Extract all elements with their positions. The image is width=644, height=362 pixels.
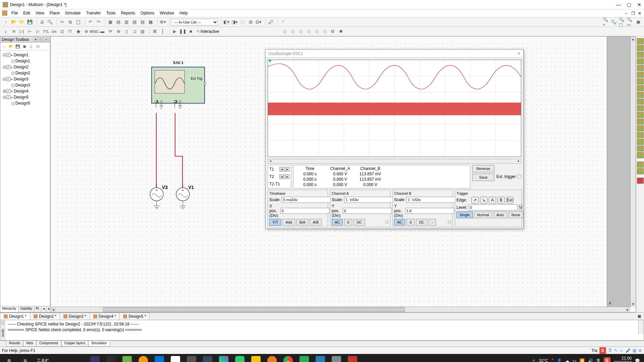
reverse-button[interactable]: Reverse bbox=[472, 165, 494, 172]
edge-a-button[interactable]: A bbox=[489, 197, 496, 203]
menu-tools[interactable]: Tools bbox=[104, 9, 118, 17]
save-scope-button[interactable]: Save bbox=[472, 174, 494, 181]
misc1-icon[interactable]: ⊡ bbox=[58, 28, 66, 35]
add-button[interactable]: Add bbox=[282, 219, 295, 226]
trig-single-button[interactable]: Single bbox=[457, 212, 473, 218]
design-tree[interactable]: ⊟✓▸Design1 ▤Design1 ⊟✓▸Design2 ▤Design2 … bbox=[0, 51, 50, 306]
sim1-button[interactable]: ◧▾ bbox=[223, 18, 230, 26]
zoom-in-button[interactable]: 🔍+ bbox=[602, 18, 610, 26]
inuse-list-combo[interactable]: --- In-Use List --- bbox=[171, 19, 218, 25]
tb-saveall-icon[interactable]: ▣ bbox=[21, 44, 28, 50]
cha-ypos-input[interactable] bbox=[343, 208, 392, 214]
tb-del-icon[interactable]: 🗑 bbox=[28, 44, 34, 50]
run-button[interactable]: ▶ bbox=[171, 28, 178, 35]
out-tab-nets[interactable]: Nets bbox=[23, 341, 36, 347]
grid1-button[interactable]: ▦ bbox=[107, 18, 114, 26]
ime-icon[interactable]: S bbox=[599, 347, 606, 354]
mdi-close-button[interactable]: ✕ bbox=[637, 11, 643, 16]
chb-ac-button[interactable]: AC bbox=[394, 219, 405, 226]
indicator-icon[interactable]: ◉ bbox=[74, 28, 82, 35]
bus-icon[interactable]: ʃ bbox=[159, 28, 166, 35]
menu-options[interactable]: Options bbox=[138, 9, 157, 17]
app-chrome[interactable] bbox=[280, 354, 296, 362]
maximize-button[interactable]: ▢ bbox=[627, 2, 631, 7]
status-icon4[interactable]: ▦ bbox=[633, 348, 636, 353]
close-button[interactable]: ✕ bbox=[637, 2, 641, 7]
connector-icon[interactable]: ⊐ bbox=[131, 28, 138, 35]
edge-fall-button[interactable]: ↘ bbox=[480, 197, 487, 203]
canvas-h-scrollbar[interactable]: ◂▸ bbox=[51, 307, 630, 312]
probe4-icon[interactable]: ◎ bbox=[305, 28, 312, 35]
probe-settings2-icon[interactable]: ✺ bbox=[337, 28, 344, 35]
cha-scale-input[interactable] bbox=[344, 197, 393, 203]
trig-none-button[interactable]: None bbox=[508, 212, 523, 218]
component-button[interactable]: ⚙▾ bbox=[159, 18, 166, 26]
zoom-out-button[interactable]: 🔍- bbox=[610, 18, 618, 26]
tb-new-icon[interactable]: ▫ bbox=[1, 44, 7, 50]
instrument-7[interactable] bbox=[637, 78, 644, 84]
wire-b-v[interactable] bbox=[175, 113, 175, 157]
instrument-20[interactable] bbox=[637, 168, 644, 174]
app-11[interactable] bbox=[248, 354, 264, 362]
zoom-area-button[interactable]: 🔍▭ bbox=[627, 18, 634, 26]
pause-button[interactable]: ❚❚ bbox=[179, 28, 186, 35]
redo-button[interactable]: ↷ bbox=[95, 18, 102, 26]
tb-refresh-icon[interactable]: ◷ bbox=[35, 44, 41, 50]
grid3-button[interactable]: ▥ bbox=[123, 18, 130, 26]
task-view-button[interactable]: ⧉ bbox=[17, 354, 33, 362]
edge-rise-button[interactable]: ↗ bbox=[471, 197, 479, 203]
tab-design5[interactable]: Design5 * bbox=[119, 313, 150, 320]
instrument-16[interactable] bbox=[637, 139, 644, 145]
diode-icon[interactable]: ▷| bbox=[18, 28, 25, 35]
app-5[interactable] bbox=[152, 354, 167, 362]
tray-people-icon[interactable]: 👤 bbox=[557, 358, 562, 362]
schematic-canvas[interactable]: F XSC1 Ext Trig A B bbox=[50, 36, 636, 312]
save-button[interactable]: 💾 bbox=[26, 18, 34, 26]
instrument-5[interactable] bbox=[637, 65, 644, 71]
menu-edit[interactable]: Edit bbox=[20, 9, 33, 17]
grid6-button[interactable]: ▩ bbox=[147, 18, 154, 26]
mixed-icon[interactable]: ⊓ bbox=[66, 28, 74, 35]
menu-place[interactable]: Place bbox=[47, 9, 62, 17]
sim5-button[interactable]: ⊟▾ bbox=[255, 18, 262, 26]
tab-design1[interactable]: Design1 * bbox=[0, 313, 30, 320]
cmos-icon[interactable]: cm bbox=[50, 28, 58, 35]
tray-notifications-icon[interactable]: 💬 bbox=[635, 358, 640, 362]
menu-view[interactable]: View bbox=[33, 9, 47, 17]
app-7[interactable] bbox=[184, 354, 199, 362]
scope-display[interactable] bbox=[268, 60, 521, 157]
app-13[interactable] bbox=[297, 354, 312, 362]
output-close-button[interactable]: × bbox=[1, 321, 5, 325]
app-8[interactable] bbox=[200, 354, 215, 362]
trig-normal-button[interactable]: Normal bbox=[474, 212, 492, 218]
sim2-button[interactable]: ◨▾ bbox=[231, 18, 238, 26]
instrument-14[interactable] bbox=[637, 125, 644, 131]
instrument-3[interactable] bbox=[637, 52, 644, 58]
instrument-9[interactable] bbox=[637, 92, 644, 98]
app-1[interactable] bbox=[87, 354, 103, 362]
zoom-fit-button[interactable]: 🔍▢ bbox=[619, 18, 626, 26]
tab-extra-icon[interactable]: ▦ bbox=[634, 313, 644, 320]
tree-design2[interactable]: ⊟✓▸Design2 bbox=[1, 64, 49, 70]
instrument-13[interactable] bbox=[637, 119, 644, 125]
status-icon2[interactable]: ☺ bbox=[620, 348, 624, 353]
open2-button[interactable]: 📁 bbox=[18, 18, 25, 26]
find-button[interactable]: 🔎 bbox=[267, 18, 274, 26]
probe-settings-icon[interactable]: ⚙ bbox=[329, 28, 336, 35]
trigger-level-input[interactable] bbox=[469, 204, 518, 210]
menu-window[interactable]: Window bbox=[157, 9, 177, 17]
menu-reports[interactable]: Reports bbox=[118, 9, 138, 17]
source-v1[interactable]: V1 + bbox=[173, 184, 193, 215]
wire-b-h[interactable] bbox=[175, 156, 183, 157]
wire-a[interactable] bbox=[156, 113, 157, 191]
timebase-xpos-input[interactable] bbox=[280, 208, 329, 214]
status-icon1[interactable]: ✎ bbox=[614, 348, 618, 353]
status-icon5[interactable]: ⚙ bbox=[638, 348, 642, 353]
undo-button[interactable]: ↶ bbox=[87, 18, 94, 26]
scope-h-scrollbar[interactable]: ◂▸ bbox=[268, 159, 521, 164]
tray-battery-icon[interactable]: ▭ bbox=[573, 358, 576, 362]
app-3[interactable] bbox=[119, 354, 135, 362]
chb-minus-button[interactable]: - bbox=[429, 219, 436, 226]
ab-button[interactable]: A/B bbox=[310, 219, 322, 226]
advanced-icon[interactable]: ▬ bbox=[99, 28, 106, 35]
